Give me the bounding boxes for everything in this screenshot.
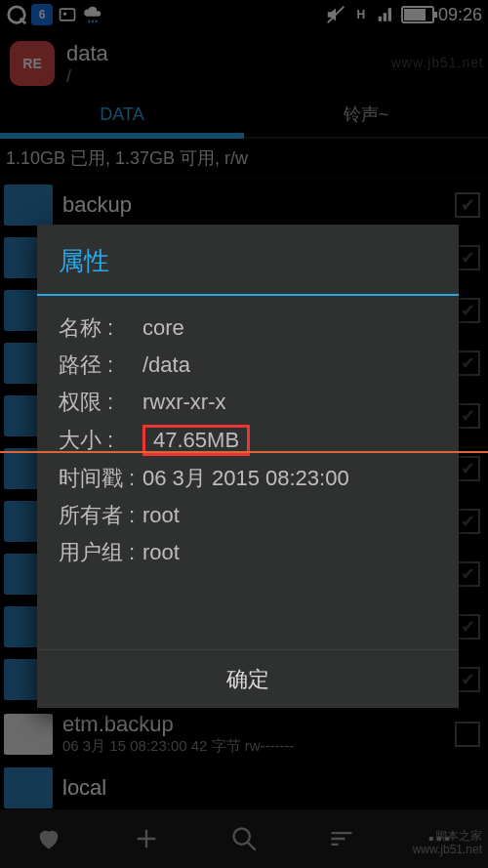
prop-row-size: 大小 : 47.65MB xyxy=(59,421,437,460)
dialog-ok-button[interactable]: 确定 xyxy=(37,649,459,708)
prop-label: 时间戳 : xyxy=(59,464,142,493)
prop-label: 所有者 : xyxy=(59,501,142,530)
prop-value: 06 3月 2015 08:23:00 xyxy=(142,464,349,493)
prop-value: root xyxy=(142,503,180,528)
prop-value: root xyxy=(142,540,180,565)
prop-row-name: 名称 : core xyxy=(59,310,437,347)
prop-row-path: 路径 : /data xyxy=(59,347,437,384)
properties-dialog: 属性 名称 : core 路径 : /data 权限 : rwxr-xr-x 大… xyxy=(37,225,459,708)
prop-row-timestamp: 时间戳 : 06 3月 2015 08:23:00 xyxy=(59,460,437,497)
prop-value: rwxr-xr-x xyxy=(142,390,226,415)
prop-value: core xyxy=(142,315,184,341)
prop-row-perm: 权限 : rwxr-xr-x xyxy=(59,384,437,421)
prop-row-group: 用户组 : root xyxy=(59,534,437,571)
prop-label: 名称 : xyxy=(59,313,142,343)
prop-label: 用户组 : xyxy=(59,538,142,567)
prop-label: 权限 : xyxy=(59,388,142,417)
dialog-title: 属性 xyxy=(37,225,459,296)
prop-row-owner: 所有者 : root xyxy=(59,497,437,534)
annotation-red-line xyxy=(0,451,488,453)
prop-label: 路径 : xyxy=(59,351,142,380)
prop-value: /data xyxy=(142,352,190,378)
prop-value: 47.65MB xyxy=(153,428,239,452)
